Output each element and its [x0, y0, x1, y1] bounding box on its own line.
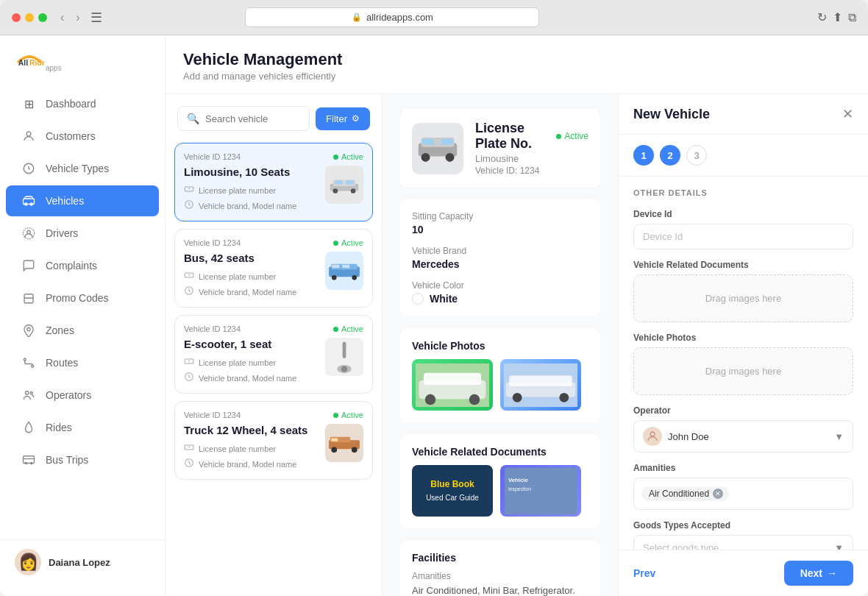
share-button[interactable]: ⬆	[833, 10, 842, 24]
sidebar-item-label: Vehicle Types	[46, 163, 109, 174]
vehicle-info: E-scooter, 1 seat License plate number	[184, 338, 296, 384]
filter-label: Filter	[326, 113, 347, 124]
search-icon: 🔍	[187, 113, 199, 124]
search-input-wrap[interactable]: 🔍	[177, 106, 310, 131]
prev-button[interactable]: Prev	[633, 567, 655, 579]
operator-dropdown-icon: ▼	[834, 431, 844, 442]
forward-button[interactable]: ›	[71, 8, 84, 27]
svg-text:All: All	[18, 59, 28, 67]
brand-label: Vehicle brand, Model name	[199, 374, 296, 383]
back-button[interactable]: ‹	[56, 8, 68, 27]
vehicle-thumb	[325, 166, 363, 204]
vehicle-color-label: Vehicle Color	[412, 280, 588, 291]
page-title: Vehicle Management	[183, 50, 850, 69]
panel-header: New Vehicle ✕	[619, 94, 868, 135]
vehicle-meta: License plate number Vehicle brand, Mode…	[184, 442, 307, 470]
next-button[interactable]: Next →	[784, 561, 853, 586]
doc-thumb-2: VehicleInspection	[500, 465, 581, 517]
reload-button[interactable]: ↻	[817, 10, 827, 24]
address-bar[interactable]: 🔒 allrideapps.com	[245, 7, 539, 27]
operator-select[interactable]: John Doe ▼	[633, 420, 853, 453]
vehicle-docs-title: Vehicle Related Documents	[412, 446, 588, 458]
vehicle-card[interactable]: Vehicle ID 1234 Active Bus, 42 seats	[174, 229, 373, 308]
svg-rect-25	[185, 273, 193, 277]
brand-item: Vehicle brand, Model name	[184, 199, 296, 212]
split-view-button[interactable]: ⧉	[848, 10, 856, 24]
vehicle-card-header: Vehicle ID 1234 Active	[184, 152, 363, 161]
sidebar-toggle-button[interactable]: ☰	[90, 8, 102, 27]
sidebar-item-vehicle-types[interactable]: Vehicle Types	[6, 153, 159, 184]
sidebar-item-rides[interactable]: Rides	[6, 412, 159, 443]
svg-rect-14	[24, 456, 35, 464]
window-controls	[12, 13, 47, 22]
maximize-window-button[interactable]	[38, 13, 47, 22]
status-dot	[333, 327, 338, 332]
docs-upload-text: Drag images here	[705, 293, 781, 304]
sidebar-item-customers[interactable]: Customers	[6, 121, 159, 152]
vehicle-specs-section: Sitting Capacity 10 Vehicle Brand Merced…	[400, 199, 600, 316]
amenities-field[interactable]: Air Conditioned ✕	[633, 478, 853, 510]
lock-icon: 🔒	[352, 13, 362, 22]
next-label: Next	[800, 567, 822, 579]
minimize-window-button[interactable]	[25, 13, 34, 22]
brand-item: Vehicle brand, Model name	[184, 458, 307, 470]
status-text: Active	[341, 238, 363, 247]
close-panel-button[interactable]: ✕	[842, 106, 853, 122]
user-name: Daiana Lopez	[49, 557, 110, 568]
sidebar-item-label: Customers	[46, 130, 96, 142]
goods-type-select[interactable]: Select goods type ▼	[633, 535, 853, 550]
panel-footer: Prev Next →	[619, 550, 868, 596]
svg-point-11	[32, 365, 34, 367]
sidebar-item-promo-codes[interactable]: Promo Codes	[6, 283, 159, 313]
status-badge: Active	[333, 238, 363, 247]
sidebar-item-routes[interactable]: Routes	[6, 347, 159, 378]
vehicle-detail-panel: License Plate No. Active Limousine Vehic…	[383, 94, 618, 596]
vehicle-brand-label: Vehicle Brand	[412, 246, 588, 256]
vehicle-id-label: Vehicle ID 1234	[184, 238, 241, 247]
vehicle-card[interactable]: Vehicle ID 1234 Active Truck 12 Wheel, 4…	[174, 401, 373, 480]
nav-items: ⊞ Dashboard Customers Vehicle Types Veh	[0, 87, 165, 539]
tag-remove-button[interactable]: ✕	[713, 489, 723, 499]
vehicle-docs-upload[interactable]: Drag images here	[633, 274, 853, 322]
sidebar-item-label: Zones	[46, 324, 74, 336]
close-window-button[interactable]	[12, 13, 21, 22]
svg-point-9	[27, 327, 31, 331]
vehicle-card[interactable]: Vehicle ID 1234 Active E-scooter, 1 seat	[174, 315, 373, 394]
sitting-capacity-label: Sitting Capacity	[412, 211, 588, 221]
sidebar-item-zones[interactable]: Zones	[6, 315, 159, 346]
vehicle-color-row: Vehicle Color White	[412, 280, 588, 305]
sidebar-item-label: Routes	[46, 357, 78, 369]
sidebar-item-dashboard[interactable]: ⊞ Dashboard	[6, 88, 159, 119]
svg-rect-38	[185, 445, 193, 450]
sidebar-item-vehicles[interactable]: Vehicles	[6, 185, 159, 216]
svg-point-60	[559, 392, 569, 402]
search-input[interactable]	[205, 113, 300, 124]
sidebar-item-drivers[interactable]: Drivers	[6, 218, 159, 249]
plate-icon	[184, 356, 194, 369]
filter-button[interactable]: Filter ⚙	[316, 107, 370, 130]
sidebar-item-label: Vehicles	[46, 195, 84, 207]
step-1[interactable]: 1	[633, 145, 654, 166]
status-badge: Active	[333, 152, 363, 161]
step-2[interactable]: 2	[660, 145, 680, 166]
vehicle-card[interactable]: Vehicle ID 1234 Active Limousine, 10 Sea…	[174, 143, 373, 221]
vehicle-docs-group: Vehicle Related Documents Drag images he…	[633, 260, 853, 322]
step-3[interactable]: 3	[686, 145, 707, 166]
device-id-input[interactable]	[633, 224, 853, 249]
status-dot	[333, 241, 338, 246]
vehicle-card-main: Truck 12 Wheel, 4 seats License plate nu…	[184, 424, 363, 470]
brand-label: Vehicle brand, Model name	[199, 460, 296, 469]
vehicle-photos-upload[interactable]: Drag images here	[633, 347, 853, 395]
sidebar-item-operators[interactable]: Operators	[6, 380, 159, 411]
vehicle-name: E-scooter, 1 seat	[184, 338, 296, 350]
zones-icon	[21, 322, 37, 338]
svg-point-10	[24, 358, 26, 361]
sidebar-item-complaints[interactable]: Complaints	[6, 250, 159, 281]
vehicle-list-panel: 🔍 Filter ⚙ Vehicle ID 1234	[166, 94, 383, 596]
svg-point-12	[26, 391, 29, 395]
svg-rect-31	[332, 265, 340, 268]
sidebar-item-bus-trips[interactable]: Bus Trips	[6, 444, 159, 475]
panel-title: New Vehicle	[633, 107, 710, 122]
user-avatar: 👩	[15, 549, 41, 575]
panel-body: OTHER DETAILS Device Id Vehicle Related …	[619, 177, 868, 550]
